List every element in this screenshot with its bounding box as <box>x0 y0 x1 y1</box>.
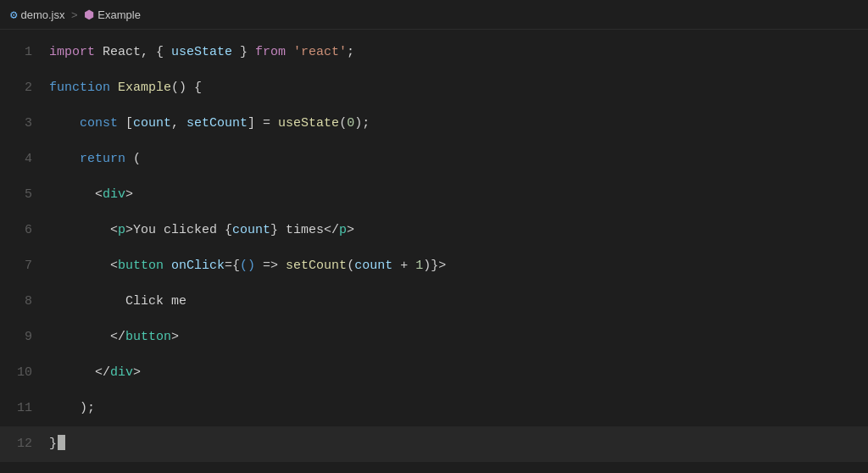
code-line-4: 4 return ( <box>0 142 868 177</box>
line-content-3: const [count, setCount] = useState(0); <box>49 106 370 142</box>
code-line-5: 5 <div> <box>0 177 868 213</box>
code-line-7: 7 <button onClick={() => setCount(count … <box>0 248 868 284</box>
file-icon: ⚙ <box>10 8 17 22</box>
line-content-4: return ( <box>49 142 141 177</box>
line-number-4: 4 <box>0 142 49 177</box>
line-content-1: import React, { useState } from 'react'; <box>49 35 354 70</box>
line-content-6: <p>You clicked {count} times</p> <box>49 213 354 248</box>
code-line-8: 8 Click me <box>0 284 868 320</box>
line-content-5: <div> <box>49 177 133 213</box>
line-number-7: 7 <box>0 248 49 284</box>
line-content-7: <button onClick={() => setCount(count + … <box>49 248 446 284</box>
code-line-1: 1 import React, { useState } from 'react… <box>0 35 868 70</box>
line-content-8: Click me <box>49 284 186 320</box>
line-content-11: ); <box>49 391 95 426</box>
line-number-2: 2 <box>0 70 49 106</box>
component-name: Example <box>97 8 141 21</box>
code-line-3: 3 const [count, setCount] = useState(0); <box>0 106 868 142</box>
cursor <box>58 435 65 450</box>
code-line-9: 9 </button> <box>0 320 868 355</box>
code-line-2: 2 function Example() { <box>0 70 868 106</box>
line-content-9: </button> <box>49 320 179 355</box>
line-number-1: 1 <box>0 35 49 70</box>
line-number-11: 11 <box>0 391 49 426</box>
line-number-5: 5 <box>0 177 49 213</box>
code-line-12: 12 } <box>0 426 868 462</box>
editor: ⚙ demo.jsx > ⬢ Example 1 import React, {… <box>0 0 868 473</box>
line-number-10: 10 <box>0 355 49 391</box>
code-line-6: 6 <p>You clicked {count} times</p> <box>0 213 868 248</box>
line-number-3: 3 <box>0 106 49 142</box>
line-number-12: 12 <box>0 426 49 462</box>
code-line-10: 10 </div> <box>0 355 868 391</box>
line-content-2: function Example() { <box>49 70 202 106</box>
component-icon: ⬢ <box>84 8 94 22</box>
line-number-8: 8 <box>0 284 49 320</box>
line-content-12: } <box>49 426 65 462</box>
line-number-6: 6 <box>0 213 49 248</box>
line-number-9: 9 <box>0 320 49 355</box>
code-line-11: 11 ); <box>0 391 868 426</box>
code-editor[interactable]: 1 import React, { useState } from 'react… <box>0 30 868 473</box>
file-name: demo.jsx <box>20 8 64 21</box>
line-content-10: </div> <box>49 355 141 391</box>
breadcrumb: ⚙ demo.jsx > ⬢ Example <box>0 0 868 30</box>
breadcrumb-separator: > <box>68 8 81 21</box>
